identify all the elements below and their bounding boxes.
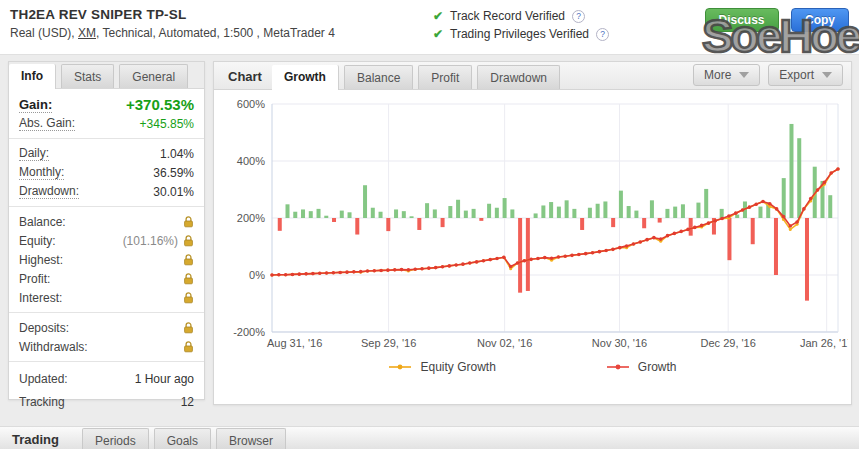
tab-stats[interactable]: Stats: [61, 64, 114, 88]
gain-bar-positive: [433, 209, 437, 218]
lock-icon: [183, 254, 194, 266]
chart-legend: Equity GrowthGrowth: [216, 356, 849, 382]
growth-point: [836, 167, 840, 171]
divider: [9, 312, 204, 313]
copy-button[interactable]: Copy: [791, 8, 849, 32]
growth-point: [407, 268, 411, 272]
stat-row: Interest:: [9, 288, 204, 307]
chart-panel-title: Chart: [228, 69, 262, 84]
growth-point: [809, 197, 813, 201]
stat-value-group: 1.04%: [160, 147, 194, 161]
growth-point: [782, 215, 786, 219]
divider: [9, 206, 204, 207]
export-button[interactable]: Export: [768, 64, 843, 86]
lock-icon: [183, 322, 194, 334]
help-icon[interactable]: [572, 10, 585, 23]
growth-point: [598, 250, 602, 254]
checkmark-icon: [433, 9, 443, 23]
gain-bar-positive: [456, 200, 460, 218]
gain-bar-positive: [309, 211, 313, 218]
gain-bar-negative: [774, 218, 778, 275]
growth-point: [673, 232, 677, 236]
stat-value-group: 12: [181, 395, 194, 409]
gain-bar-positive: [681, 204, 685, 218]
tab-info[interactable]: Info: [9, 64, 56, 89]
verification-row: Track Record Verified: [433, 7, 609, 25]
bottom-tab-browser[interactable]: Browser: [216, 428, 286, 449]
more-button[interactable]: More: [693, 64, 760, 86]
gain-bar-positive: [425, 203, 429, 218]
gain-bar-negative: [417, 218, 421, 230]
legend-item-equity-growth[interactable]: Equity Growth: [388, 360, 495, 374]
page-title: TH2EA REV SNIPER TP-SL: [10, 7, 335, 22]
verification-label: Track Record Verified: [450, 9, 565, 23]
gain-bar-negative: [580, 218, 584, 230]
growth-point: [502, 256, 506, 260]
x-tick-label: Dec 29, '16: [701, 337, 756, 349]
chevron-down-icon: [739, 72, 749, 78]
page-header: TH2EA REV SNIPER TP-SL Real (USD), XM, T…: [0, 0, 859, 55]
growth-point: [468, 261, 472, 265]
gain-bar-positive: [464, 211, 468, 218]
stat-value-group: +345.85%: [140, 117, 194, 131]
legend-item-growth[interactable]: Growth: [606, 360, 677, 374]
growth-point: [693, 226, 697, 230]
gain-bar-positive: [541, 205, 545, 218]
growth-point: [488, 258, 492, 262]
lock-icon: [183, 216, 194, 228]
bottom-tab-periods[interactable]: Periods: [82, 428, 149, 449]
stat-value-group: 30.01%: [153, 185, 194, 199]
x-tick-label: Sep 29, '16: [361, 337, 416, 349]
stat-label: Drawdown:: [19, 184, 79, 199]
growth-point: [393, 268, 397, 272]
discuss-button[interactable]: Discuss: [705, 8, 779, 32]
verification-row: Trading Privileges Verified: [433, 25, 609, 43]
growth-point: [768, 202, 772, 206]
gain-bar-positive: [828, 195, 832, 218]
trading-section-label: Trading: [12, 432, 59, 447]
x-tick-label: Nov 02, '16: [477, 337, 532, 349]
chart-tab-drawdown[interactable]: Drawdown: [477, 65, 560, 89]
stat-value-group: [183, 254, 194, 266]
chart-tab-profit[interactable]: Profit: [418, 65, 472, 89]
chart-body: 600%400%200%0%-200%Aug 31, '16Sep 29, '1…: [214, 90, 851, 382]
growth-point: [550, 256, 554, 260]
bottom-tab-goals[interactable]: Goals: [154, 428, 211, 449]
tab-general[interactable]: General: [119, 64, 188, 88]
growth-point: [277, 273, 281, 277]
stat-label: Abs. Gain:: [19, 116, 75, 131]
growth-point: [666, 234, 670, 238]
chart-tab-growth[interactable]: Growth: [272, 65, 339, 90]
growth-chart[interactable]: 600%400%200%0%-200%Aug 31, '16Sep 29, '1…: [216, 96, 848, 352]
gain-bar-positive: [789, 124, 793, 218]
checkmark-icon: [433, 27, 443, 41]
gain-bar-positive: [782, 178, 786, 218]
header-actions: Discuss Copy: [705, 8, 849, 32]
growth-point: [638, 240, 642, 244]
growth-point: [720, 217, 724, 221]
chart-tab-balance[interactable]: Balance: [344, 65, 413, 89]
gain-bar-positive: [495, 208, 499, 218]
subtitle-prefix: Real (USD),: [10, 26, 78, 40]
stat-value-group: [183, 273, 194, 285]
growth-point: [686, 228, 690, 232]
broker-link[interactable]: XM: [78, 26, 96, 40]
growth-point: [823, 181, 827, 185]
help-icon[interactable]: [596, 28, 609, 41]
gain-bar-positive: [665, 209, 669, 218]
growth-point: [332, 271, 336, 275]
growth-point: [420, 267, 424, 271]
chart-panel-header: Chart GrowthBalanceProfitDrawdown More E…: [214, 62, 851, 90]
system-title-block: TH2EA REV SNIPER TP-SL Real (USD), XM, T…: [10, 7, 335, 40]
lock-icon: [183, 292, 194, 304]
gain-bar-positive: [650, 200, 654, 218]
growth-point: [359, 270, 363, 274]
gain-bar-positive: [510, 209, 514, 218]
gain-bar-positive: [301, 209, 305, 218]
gain-bar-positive: [317, 209, 321, 218]
more-button-label: More: [704, 68, 731, 82]
growth-point: [270, 273, 274, 277]
stat-value-group: [183, 216, 194, 228]
growth-point: [761, 200, 765, 204]
stat-value: 36.59%: [153, 166, 194, 180]
